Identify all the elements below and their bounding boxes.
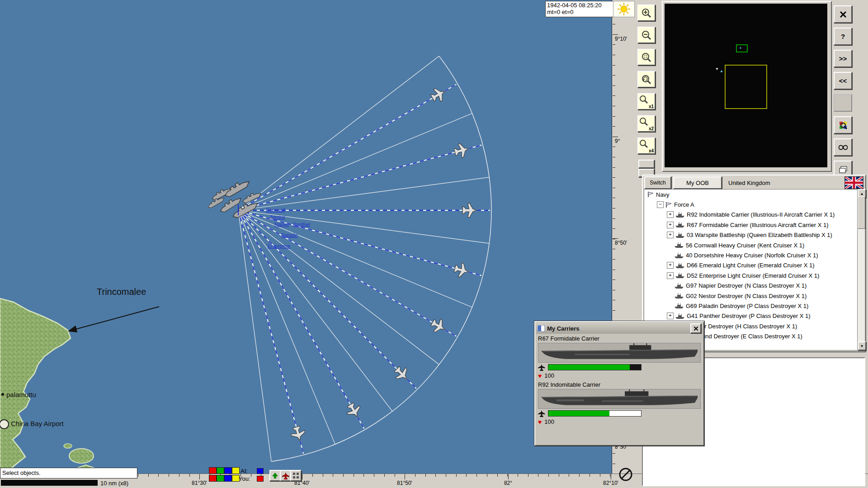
patrol-aircraft-icon[interactable]	[453, 142, 470, 159]
latitude-label: 9°10'	[615, 36, 627, 42]
search-sector-line	[238, 210, 489, 243]
oob-tree-item[interactable]: G02 Nestor Destroyer (N Class Destroyer …	[644, 291, 857, 301]
ship-icon	[675, 272, 685, 279]
ruler-tick	[333, 474, 333, 477]
tree-expander[interactable]: −	[657, 201, 664, 208]
formation-flag-icon	[647, 191, 654, 198]
oob-tree-item[interactable]: +G41 Panther Destroyer (P Class Destroye…	[644, 311, 857, 321]
oob-scrollbar[interactable]: ▲ ▼	[858, 189, 864, 351]
map-canvas[interactable]: Trincomalee palamuttu China Bay Airport …	[0, 0, 612, 474]
ruler-tick	[138, 474, 138, 477]
carrier-name: R67 Formidable Carrier	[538, 335, 701, 343]
patrol-aircraft-icon[interactable]	[429, 85, 448, 104]
ruler-tick	[613, 218, 615, 219]
carrier-entry[interactable]: R67 Formidable Carrier ♥ 100	[538, 335, 701, 380]
patrol-aircraft-icon[interactable]	[429, 317, 448, 336]
window-close-button[interactable]	[690, 323, 701, 333]
ruler-tick	[148, 474, 149, 477]
task-force-ships[interactable]	[207, 177, 262, 219]
help-button[interactable]: ?	[834, 28, 852, 45]
zoom-x4-button[interactable]: x4	[637, 137, 656, 154]
tree-item-label: 40 Dorsetshire Heavy Cruiser (Norfolk Cr…	[686, 252, 818, 259]
tree-expander[interactable]: +	[667, 272, 674, 279]
patrol-aircraft-icon[interactable]	[462, 203, 476, 217]
allegiance-color-swatch	[209, 467, 217, 474]
tree-item-label: D66 Emerald Light Cruiser (Emerald Cruis…	[687, 262, 814, 269]
oob-tree-item[interactable]: +D66 Emerald Light Cruiser (Emerald Crui…	[644, 261, 857, 270]
next-button[interactable]: >>	[834, 50, 852, 67]
ruler-tick	[613, 188, 615, 188]
zoom-x1-button[interactable]: x1	[637, 93, 656, 110]
scroll-down-button[interactable]: ▼	[858, 341, 866, 351]
tree-expander[interactable]: +	[667, 262, 674, 269]
ruler-tick	[446, 474, 446, 477]
ship-icon	[674, 242, 684, 248]
ruler-tick	[613, 95, 615, 96]
ai-color-swatch	[257, 468, 264, 474]
toolbar-scroll-up-button[interactable]	[638, 160, 655, 168]
ruler-tick	[613, 44, 615, 45]
zoom-x4-label: x4	[649, 148, 654, 153]
ruler-tick	[613, 300, 615, 300]
switch-button[interactable]: Switch	[644, 176, 671, 189]
tree-item-label: G97 Napier Destroyer (N Class Destroyer …	[686, 282, 807, 289]
ruler-tick	[613, 137, 618, 137]
carrier-entry[interactable]: R92 Indomitable Carrier ♥ 100	[538, 381, 701, 426]
close-button[interactable]	[834, 5, 852, 23]
allegiance-color-swatch	[224, 475, 232, 482]
blank-button	[834, 94, 852, 112]
oob-tree-item[interactable]: 56 Cornwall Heavy Cruiser (Kent Cruiser …	[644, 240, 857, 250]
allegiance-legend: AI: You:	[209, 467, 313, 484]
oob-tree-item[interactable]: Navy	[644, 190, 857, 199]
oob-tree-item[interactable]: +R67 Formidable Carrier (Illustrious Air…	[644, 220, 857, 230]
oob-tree-item[interactable]: −Force A	[644, 199, 857, 209]
move-order-button[interactable]	[269, 470, 281, 481]
oob-tree-item[interactable]: +D52 Enterprise Light Cruiser (Emerald C…	[644, 270, 857, 280]
minimap[interactable]	[665, 4, 827, 167]
oob-tree-item[interactable]: +03 Warspite Battleship (Queen Elizabeth…	[644, 230, 857, 240]
ruler-tick	[559, 474, 559, 477]
ship-icon	[675, 262, 685, 269]
game-counters: mt=0 et=0	[547, 9, 613, 15]
zoom-out-button[interactable]	[637, 27, 656, 43]
ruler-tick	[613, 310, 615, 311]
formation-button[interactable]	[290, 470, 302, 481]
tree-expander[interactable]: +	[667, 211, 674, 218]
ruler-tick	[613, 280, 615, 280]
zoom-previous-button[interactable]	[637, 71, 656, 88]
ship-icon	[675, 222, 685, 228]
map-display-button[interactable]	[834, 116, 852, 134]
ruler-tick	[476, 474, 477, 477]
oob-tree-item[interactable]: G97 Napier Destroyer (N Class Destroyer …	[644, 281, 857, 291]
tree-expander[interactable]: +	[667, 313, 674, 319]
search-sector-line	[238, 177, 489, 210]
air-operations-button[interactable]	[280, 470, 291, 481]
aircraft-icon	[282, 472, 289, 479]
oob-tree-item[interactable]: +R92 Indomitable Carrier (Illustrious-II…	[644, 210, 857, 220]
oob-tree-item[interactable]: G69 Paladin Destroyer (P Class Destroyer…	[644, 301, 857, 311]
oob-tree-item[interactable]: 40 Dorsetshire Heavy Cruiser (Norfolk Cr…	[644, 250, 857, 260]
zoom-x2-button[interactable]: x2	[637, 115, 656, 132]
tree-expander[interactable]: +	[667, 222, 674, 228]
patrol-aircraft-icon[interactable]	[453, 261, 470, 279]
ruler-tick	[590, 474, 590, 477]
tab-my-oob[interactable]: My OOB	[673, 176, 722, 189]
uk-flag-icon	[844, 176, 863, 189]
minimap-contact-dot	[721, 71, 722, 72]
zoom-in-button[interactable]	[637, 5, 656, 21]
minimap-viewport-rect[interactable]	[725, 65, 767, 109]
tree-expander[interactable]: +	[667, 232, 674, 238]
previous-button[interactable]: <<	[834, 72, 852, 90]
ruler-tick	[415, 474, 415, 477]
patrol-aircraft-icon[interactable]	[289, 425, 307, 442]
patrol-aircraft-icon[interactable]	[344, 401, 364, 421]
tree-item-label: R67 Formidable Carrier (Illustrious Airc…	[687, 222, 829, 228]
window-titlebar[interactable]: My Carriers	[536, 323, 703, 334]
prohibited-cursor-icon	[617, 465, 635, 483]
longitude-label: 81°50'	[397, 480, 412, 486]
tree-item-label: G69 Paladin Destroyer (P Class Destroyer…	[686, 303, 808, 309]
observe-button[interactable]	[834, 138, 852, 156]
zoom-window-button[interactable]	[637, 49, 656, 66]
scroll-thumb[interactable]	[858, 196, 865, 229]
health-value: 100	[544, 372, 554, 379]
